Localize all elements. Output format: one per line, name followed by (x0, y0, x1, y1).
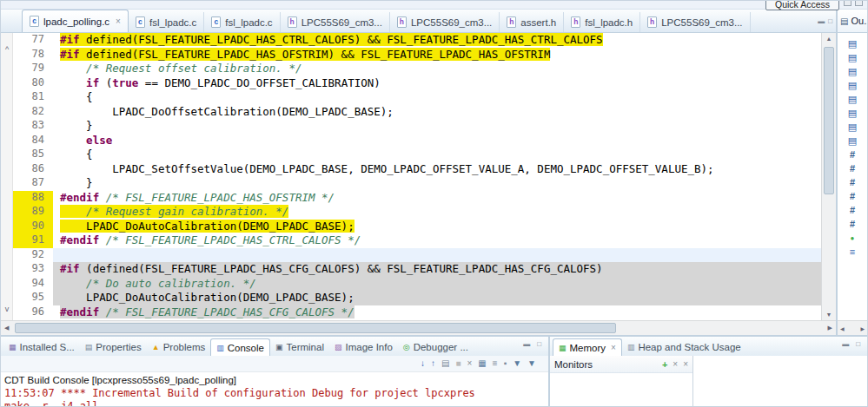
code-line-text: #endif /* FSL_FEATURE_LPADC_HAS_OFSTRIM … (53, 191, 335, 206)
maximize-panel-icon[interactable]: □ (537, 340, 541, 348)
code-line[interactable]: 88#endif /* FSL_FEATURE_LPADC_HAS_OFSTRI… (13, 191, 821, 206)
editor-horizontal-scrollbar[interactable]: ◀ ▶ (1, 320, 836, 335)
code-editor[interactable]: 77#if defined(FSL_FEATURE_LPADC_HAS_CTRL… (13, 33, 821, 320)
horizontal-scrollbar-thumb[interactable] (15, 323, 616, 333)
editor-tab-fsl-lpadc-c[interactable]: cfsl_lpadc.c (204, 12, 280, 32)
function-icon[interactable]: ● (838, 232, 867, 246)
include-icon[interactable]: ▤ (838, 107, 867, 121)
annotation-down-icon[interactable]: v (1, 305, 13, 313)
code-line[interactable]: 94 /* Do auto calibration. */ (13, 277, 821, 292)
define-icon[interactable]: # (838, 190, 867, 204)
define-icon[interactable]: # (838, 218, 867, 232)
code-line[interactable]: 81 { (13, 90, 821, 105)
editor-tab-fsl-lpadc-c[interactable]: cfsl_lpadc.c (129, 12, 204, 32)
editor-tab-lpc55s69-cm3-[interactable]: hLPC55S69_cm3... (640, 12, 750, 32)
list-icon[interactable]: ≡ (838, 246, 867, 259)
tab-outline[interactable]: ▤ Ou... (838, 10, 867, 33)
quick-access-button[interactable]: Quick Access (765, 0, 839, 10)
clear-console-icon[interactable]: ▦ (478, 359, 486, 368)
remove-launch-icon[interactable]: × (467, 359, 473, 368)
code-line[interactable]: 92 (13, 248, 821, 263)
open-console-icon[interactable]: ▼ (527, 359, 536, 368)
code-line[interactable]: 90 LPADC_DoAutoCalibration(DEMO_LPADC_BA… (13, 220, 821, 234)
code-line[interactable]: 86 LPADC_SetOffsetValue(DEMO_LPADC_BASE,… (13, 162, 821, 177)
code-line[interactable]: 96#endif /* FSL_FEATURE_LPADC_HAS_CFG_CA… (13, 305, 821, 320)
memory-renderings-area[interactable] (693, 356, 867, 407)
tab-terminal[interactable]: ▣Terminal (270, 338, 329, 356)
scroll-up-icon[interactable]: ▲ (822, 36, 836, 42)
show-error-in-editor-icon[interactable]: ▤ (441, 359, 449, 368)
problems-icon: ▲ (152, 343, 160, 351)
scroll-right-icon[interactable]: ▶ (860, 325, 865, 332)
scroll-down-icon[interactable]: ▼ (822, 312, 836, 318)
code-line[interactable]: 89 /* Request gain calibration. */ (13, 205, 821, 220)
console-icon: ▥ (216, 344, 224, 352)
define-icon[interactable]: # (838, 162, 867, 176)
include-icon[interactable]: ▤ (838, 37, 867, 51)
close-tab-icon[interactable]: × (611, 343, 616, 352)
editor-tab-fsl-lpadc-h[interactable]: hfsl_lpadc.h (564, 12, 640, 32)
editor-tab-assert-h[interactable]: hassert.h (500, 12, 564, 32)
tab-properties[interactable]: ▤Properties (80, 338, 147, 356)
outline-horizontal-scrollbar[interactable]: ◀ ▶ (838, 320, 867, 335)
include-icon[interactable]: ▤ (838, 51, 867, 65)
next-error-icon[interactable]: ↓ (421, 359, 425, 368)
annotation-up-icon[interactable]: ^ (1, 45, 13, 54)
include-icon[interactable]: ▤ (838, 121, 867, 135)
remove-memory-monitor-icon[interactable]: × (673, 359, 678, 369)
remove-all-monitors-icon[interactable]: × (683, 359, 688, 369)
code-line[interactable]: 85 { (13, 148, 821, 162)
close-tab-icon[interactable]: × (116, 16, 121, 26)
editor-vertical-scrollbar[interactable]: ▲ ▼ (821, 33, 836, 320)
code-line[interactable]: 78#if defined(FSL_FEATURE_LPADC_HAS_OFST… (13, 48, 821, 62)
include-icon[interactable]: ▤ (838, 93, 867, 107)
tab-heap-and-stack-usage[interactable]: ▥Heap and Stack Usage (622, 338, 746, 356)
define-icon[interactable]: # (838, 204, 867, 218)
define-icon[interactable]: # (838, 148, 867, 162)
include-icon[interactable]: ▤ (838, 65, 867, 79)
tab-console[interactable]: ▥Console (210, 338, 270, 356)
define-icon[interactable]: # (838, 176, 867, 190)
tab-image-info[interactable]: ▨Image Info (329, 338, 398, 356)
previous-error-icon[interactable]: ↑ (431, 359, 435, 368)
pin-console-icon[interactable]: ▪ (504, 359, 507, 368)
tab-debugger-[interactable]: ◎Debugger ... (398, 338, 474, 356)
code-line[interactable]: 77#if defined(FSL_FEATURE_LPADC_HAS_CTRL… (13, 33, 821, 48)
editor-tab-lpc55s69-cm3-[interactable]: hLPC55S69_cm3... (390, 12, 500, 32)
monitors-list[interactable] (550, 373, 692, 407)
editor-tab-lpadc-polling-c[interactable]: clpadc_polling.c× (22, 10, 129, 32)
minimize-editor-icon[interactable]: ▬ (818, 17, 825, 25)
minimize-panel-icon[interactable]: ▬ (523, 340, 530, 348)
code-line[interactable]: 87 } (13, 176, 821, 191)
maximize-panel-icon[interactable]: □ (856, 340, 860, 348)
code-line[interactable]: 93#if (defined(FSL_FEATURE_LPADC_HAS_CFG… (13, 262, 821, 277)
editor-tab-lpc55s69-cm3-[interactable]: hLPC55S69_cm3... (281, 12, 390, 32)
vertical-scrollbar-thumb[interactable] (824, 47, 834, 194)
add-memory-monitor-icon[interactable]: + (662, 359, 667, 370)
scroll-lock-icon[interactable]: ≡ (493, 359, 498, 368)
include-icon[interactable]: ▤ (838, 79, 867, 93)
code-line[interactable]: 80 if (true == DEMO_LPADC_DO_OFFSET_CALI… (13, 76, 821, 91)
minimize-panel-icon[interactable]: ▬ (842, 340, 849, 348)
scroll-right-icon[interactable]: ▶ (828, 325, 832, 332)
console-content[interactable]: CDT Build Console [lpcxpresso55s69_lpadc… (1, 371, 548, 407)
display-console-icon[interactable]: ▼ (513, 359, 521, 368)
scroll-left-icon[interactable]: ◀ (840, 325, 845, 332)
code-line[interactable]: 83 } (13, 119, 821, 134)
perspective-icon[interactable] (855, 0, 863, 6)
include-icon[interactable]: ▤ (838, 135, 867, 148)
tab-label: Problems (163, 342, 206, 352)
terminate-icon[interactable]: ■ (455, 359, 461, 368)
scroll-left-icon[interactable]: ◀ (4, 325, 9, 332)
tab-problems[interactable]: ▲Problems (147, 338, 211, 356)
code-line[interactable]: 91#endif /* FSL_FEATURE_LPADC_HAS_CTRL_C… (13, 233, 821, 248)
maximize-editor-icon[interactable]: □ (828, 17, 832, 25)
code-line[interactable]: 82 LPADC_DoOffsetCalibration(DEMO_LPADC_… (13, 105, 821, 120)
code-line[interactable]: 84 else (13, 134, 821, 148)
code-line[interactable]: 79 /* Request offset calibration. */ (13, 62, 821, 76)
code-line-text: } (53, 176, 93, 191)
perspective-icon[interactable] (844, 0, 851, 6)
code-line[interactable]: 95 LPADC_DoAutoCalibration(DEMO_LPADC_BA… (13, 291, 821, 305)
tab-installed-s-[interactable]: ▦Installed S... (3, 338, 80, 356)
tab-memory[interactable]: ▦Memory× (553, 338, 622, 356)
